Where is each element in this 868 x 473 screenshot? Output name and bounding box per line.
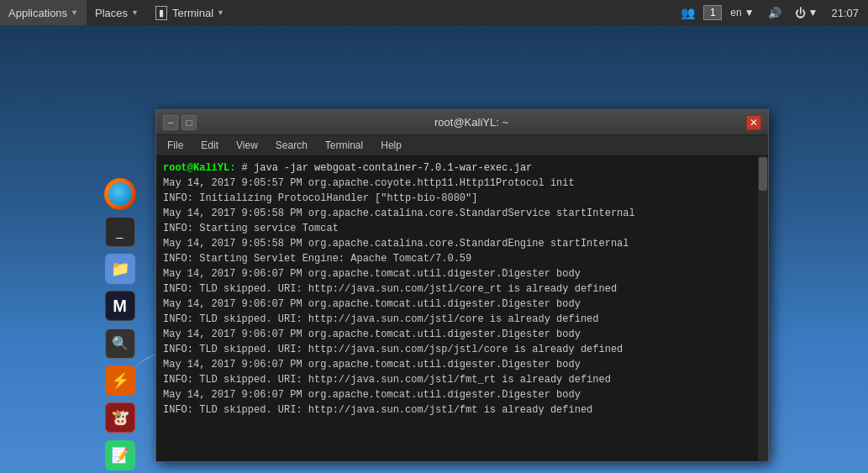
terminal-title: root@KaliYL: ~: [197, 116, 746, 129]
terminal-menu[interactable]: ▮ Terminal ▼: [147, 0, 233, 25]
log-line: INFO: Initializing ProtocolHandler ["htt…: [163, 191, 761, 206]
language-label: en: [730, 7, 741, 18]
users-icon-area[interactable]: 👥: [676, 4, 700, 21]
language-selector[interactable]: en ▼: [725, 5, 759, 20]
burp-icon: ⚡: [105, 365, 135, 396]
maximize-button[interactable]: □: [181, 115, 197, 130]
terminal-controls: − □: [163, 115, 197, 130]
terminal-dark-icon: _: [105, 217, 135, 247]
clock: 21:07: [826, 5, 864, 21]
notes-icon: 📝: [105, 440, 135, 470]
log-line: INFO: Starting service Tomcat: [163, 221, 761, 236]
power-arrow-icon: ▼: [808, 7, 818, 18]
taskbar: Applications ▼ Places ▼ ▮ Terminal ▼ 👥 1…: [0, 0, 868, 25]
power-icon: ⏻: [795, 7, 806, 19]
volume-icon: 🔊: [768, 7, 781, 19]
terminal-window: − □ root@KaliYL: ~ ✕ File Edit View Sear…: [155, 109, 769, 462]
minimize-button[interactable]: −: [163, 115, 178, 130]
menu-search[interactable]: Search: [269, 138, 314, 153]
log-line: INFO: TLD skipped. URI: http://java.sun.…: [163, 372, 761, 387]
places-label: Places: [95, 7, 128, 19]
workspace-badge[interactable]: 1: [703, 5, 722, 20]
menu-file[interactable]: File: [160, 138, 190, 153]
menu-terminal[interactable]: Terminal: [318, 138, 370, 153]
maltego-icon: 🔍: [105, 328, 135, 359]
prompt-command: # java -jar webgoat-container-7.0.1-war-…: [235, 162, 532, 174]
log-line: May 14, 2017 9:05:58 PM org.apache.catal…: [163, 236, 761, 251]
dock-icon-burp[interactable]: ⚡: [101, 363, 139, 398]
dock-icon-maltego[interactable]: 🔍: [101, 326, 139, 361]
dock: _ 📁 M 🔍 ⚡ 🐮 📝: [0, 25, 139, 473]
dock-icon-notes[interactable]: 📝: [101, 438, 139, 473]
menu-edit[interactable]: Edit: [194, 138, 225, 153]
applications-arrow-icon: ▼: [71, 8, 78, 17]
log-line: May 14, 2017 9:06:07 PM org.apache.tomca…: [163, 297, 761, 312]
metasploit-icon: M: [105, 291, 135, 321]
lang-arrow-icon: ▼: [744, 7, 755, 18]
places-arrow-icon: ▼: [131, 8, 139, 17]
close-button[interactable]: ✕: [746, 115, 761, 130]
scrollbar-track[interactable]: [758, 156, 768, 461]
terminal-body[interactable]: root@KaliYL: # java -jar webgoat-contain…: [156, 156, 768, 461]
firefox-icon: [104, 178, 136, 210]
prompt-user: root@KaliYL:: [163, 162, 235, 174]
dock-icon-terminal[interactable]: _: [101, 213, 139, 249]
terminal-menubar: File Edit View Search Terminal Help: [156, 135, 768, 156]
log-line: May 14, 2017 9:06:07 PM org.apache.tomca…: [163, 327, 761, 342]
workspace-number: 1: [710, 7, 716, 18]
terminal-arrow-icon: ▼: [217, 8, 224, 17]
applications-label: Applications: [8, 7, 67, 19]
power-button[interactable]: ⏻ ▼: [790, 5, 823, 21]
log-line: May 14, 2017 9:06:07 PM org.apache.tomca…: [163, 266, 761, 281]
dock-icon-beef[interactable]: 🐮: [101, 400, 139, 435]
menu-view[interactable]: View: [229, 138, 265, 153]
log-line: INFO: TLD skipped. URI: http://java.sun.…: [163, 312, 761, 327]
dock-icon-firefox[interactable]: [101, 176, 139, 212]
users-icon: 👥: [681, 6, 695, 19]
terminal-label: Terminal: [172, 7, 213, 19]
beef-icon: 🐮: [105, 402, 135, 433]
log-line: May 14, 2017 9:05:58 PM org.apache.catal…: [163, 206, 761, 221]
terminal-bar-icon: ▮: [155, 6, 167, 20]
applications-menu[interactable]: Applications ▼: [0, 0, 87, 25]
log-line: May 14, 2017 9:05:57 PM org.apache.coyot…: [163, 176, 761, 191]
files-icon: 📁: [105, 254, 135, 284]
places-menu[interactable]: Places ▼: [87, 0, 147, 25]
scrollbar-thumb[interactable]: [759, 157, 767, 191]
log-line: INFO: TLD skipped. URI: http://java.sun.…: [163, 342, 761, 357]
log-line: INFO: TLD skipped. URI: http://java.sun.…: [163, 402, 761, 418]
dock-icon-files[interactable]: 📁: [101, 251, 139, 286]
time-display: 21:07: [831, 7, 859, 19]
volume-control[interactable]: 🔊: [763, 5, 786, 21]
log-line: INFO: TLD skipped. URI: http://java.sun.…: [163, 281, 761, 297]
taskbar-left: Applications ▼ Places ▼ ▮ Terminal ▼: [0, 0, 233, 25]
log-line: May 14, 2017 9:06:07 PM org.apache.tomca…: [163, 357, 761, 372]
dock-icon-metasploit[interactable]: M: [101, 288, 139, 323]
log-line: INFO: Starting Servlet Engine: Apache To…: [163, 251, 761, 266]
menu-help[interactable]: Help: [374, 138, 408, 153]
terminal-titlebar: − □ root@KaliYL: ~ ✕: [156, 110, 768, 135]
taskbar-right: 👥 1 en ▼ 🔊 ⏻ ▼ 21:07: [676, 4, 868, 21]
log-line: May 14, 2017 9:06:07 PM org.apache.tomca…: [163, 387, 761, 402]
